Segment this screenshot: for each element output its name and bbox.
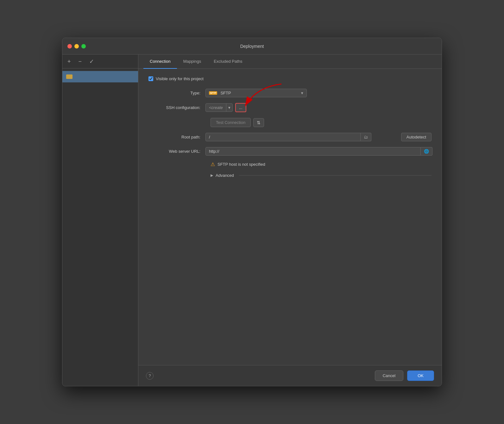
autodetect-button[interactable]: Autodetect	[401, 133, 432, 141]
ssh-config-label: SSH configuration:	[148, 105, 205, 110]
cancel-button[interactable]: Cancel	[375, 370, 403, 381]
dialog-title: Deployment	[240, 44, 264, 49]
advanced-label: Advanced	[216, 173, 234, 178]
tab-connection[interactable]: Connection	[143, 55, 177, 69]
visible-only-row: Visible only for this project	[148, 76, 432, 81]
sftp-icon: SFTP	[209, 91, 217, 95]
root-path-row: Root path: 🗂 Autodetect	[148, 133, 432, 141]
globe-button[interactable]: 🌐	[421, 147, 432, 156]
visible-only-checkbox[interactable]	[148, 76, 153, 81]
url-input-container: 🌐	[205, 147, 432, 156]
folder-browse-button[interactable]: 🗂	[361, 133, 371, 141]
root-path-control-area: 🗂 Autodetect	[205, 133, 432, 141]
ssh-controls-wrapper: <create ▾ ...	[205, 103, 246, 112]
sidebar-item-area	[62, 68, 138, 386]
dropdown-arrow-icon: ▾	[301, 91, 303, 95]
remove-server-button[interactable]: −	[77, 58, 83, 65]
test-connect-row: Test Connection ⇅	[211, 118, 432, 127]
create-arrow-icon: ▾	[226, 104, 232, 112]
advanced-divider	[239, 175, 432, 176]
title-bar: Deployment	[62, 38, 442, 55]
content-area: Connection Mappings Excluded Paths Visib…	[138, 55, 442, 386]
add-server-button[interactable]: +	[66, 58, 72, 65]
dialog-footer: ? Cancel OK	[138, 365, 442, 386]
tabs-bar: Connection Mappings Excluded Paths	[138, 55, 442, 69]
sync-button[interactable]: ⇅	[253, 118, 264, 127]
tab-excluded-paths[interactable]: Excluded Paths	[207, 55, 249, 69]
root-path-input[interactable]	[205, 133, 361, 141]
minimize-button[interactable]	[74, 44, 79, 48]
help-button[interactable]: ?	[146, 372, 154, 380]
sidebar: + − ✓	[62, 55, 138, 386]
traffic-lights	[67, 44, 86, 48]
type-label: Type:	[148, 91, 205, 95]
root-path-label: Root path:	[148, 135, 205, 139]
root-path-input-container: 🗂	[205, 133, 396, 141]
maximize-button[interactable]	[81, 44, 86, 48]
main-layout: + − ✓ Connection Mappings Ex	[62, 55, 442, 386]
advanced-section: ▶ Advanced	[211, 173, 432, 178]
visible-only-label: Visible only for this project	[156, 76, 204, 81]
warning-icon: ⚠	[211, 161, 215, 167]
type-dropdown[interactable]: SFTP SFTP ▾	[205, 89, 307, 97]
warning-message: SFTP host is not specified	[217, 162, 265, 167]
type-value: SFTP	[220, 91, 231, 95]
server-icon	[66, 74, 72, 79]
footer-buttons: Cancel OK	[375, 370, 434, 381]
deployment-dialog: Deployment + − ✓ Connection	[62, 38, 442, 386]
ssh-config-row: SSH configuration: <create ▾ ...	[148, 103, 432, 112]
type-row: Type: SFTP SFTP ▾	[148, 89, 432, 97]
ellipsis-button[interactable]: ...	[235, 103, 246, 112]
create-text: <create	[206, 104, 226, 112]
confirm-button[interactable]: ✓	[88, 58, 95, 65]
type-control-area: SFTP SFTP ▾	[205, 89, 432, 97]
form-content: Visible only for this project Type: SFTP…	[138, 69, 442, 365]
advanced-toggle-icon[interactable]: ▶	[211, 173, 213, 177]
ok-button[interactable]: OK	[407, 370, 434, 381]
web-server-url-control-area: 🌐	[205, 147, 432, 156]
warning-row: ⚠ SFTP host is not specified	[211, 161, 432, 167]
web-server-url-label: Web server URL:	[148, 149, 205, 154]
test-connect-button[interactable]: Test Connection	[211, 118, 251, 127]
web-server-url-row: Web server URL: 🌐	[148, 147, 432, 156]
sidebar-toolbar: + − ✓	[62, 55, 138, 68]
tab-mappings[interactable]: Mappings	[177, 55, 207, 69]
create-dropdown[interactable]: <create ▾	[205, 103, 233, 112]
close-button[interactable]	[67, 44, 72, 48]
web-server-url-input[interactable]	[205, 147, 421, 156]
sidebar-item[interactable]	[62, 71, 138, 82]
